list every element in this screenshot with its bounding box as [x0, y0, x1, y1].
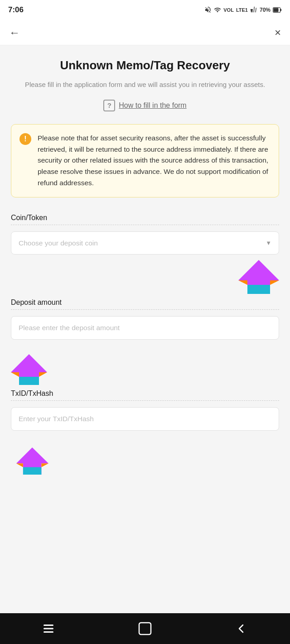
svg-marker-7 — [270, 280, 279, 285]
lte-label: LTE1 — [236, 7, 248, 13]
svg-rect-1 — [280, 9, 282, 11]
wifi-icon — [214, 6, 221, 14]
svg-marker-16 — [16, 463, 23, 467]
mute-icon — [204, 6, 212, 14]
txid-section: TxID/TxHash — [11, 389, 279, 445]
nav-bar: ← × — [0, 20, 290, 45]
svg-marker-4 — [238, 260, 279, 294]
how-to-link[interactable]: ? How to fill in the form — [11, 100, 279, 111]
warning-icon: ! — [19, 133, 31, 145]
svg-marker-15 — [41, 463, 48, 467]
svg-marker-9 — [11, 354, 47, 385]
coin-select[interactable]: Choose your deposit coin — [11, 232, 279, 254]
bottom-nav-home[interactable] — [131, 620, 159, 638]
svg-rect-17 — [44, 625, 53, 626]
decorative-arrow-2 — [11, 354, 47, 385]
home-icon — [138, 622, 152, 635]
bottom-nav-back[interactable] — [228, 620, 255, 638]
txid-input[interactable] — [11, 407, 279, 431]
svg-marker-5 — [239, 261, 278, 285]
svg-marker-10 — [19, 377, 39, 385]
warning-text: Please note that for asset security reas… — [38, 133, 271, 189]
question-icon: ? — [103, 100, 115, 111]
deposit-input[interactable] — [11, 316, 279, 340]
decorative-arrow-3 — [11, 447, 54, 475]
status-bar: 7:06 VOL LTE1 70% — [0, 0, 290, 20]
svg-marker-12 — [11, 372, 19, 377]
close-button[interactable]: × — [275, 27, 281, 38]
deposit-label: Deposit amount — [11, 298, 279, 307]
bottom-nav-menu[interactable] — [35, 620, 62, 638]
status-icons: VOL LTE1 70% — [204, 6, 282, 14]
svg-marker-3 — [238, 260, 279, 294]
coin-select-wrapper[interactable]: Choose your deposit coin ▼ — [11, 231, 279, 255]
txid-label: TxID/TxHash — [11, 389, 279, 398]
status-time: 7:06 — [8, 5, 24, 14]
svg-marker-13 — [16, 447, 48, 475]
svg-marker-6 — [247, 285, 270, 294]
deposit-amount-section: Deposit amount — [11, 298, 279, 354]
txid-divider — [11, 400, 279, 401]
warning-box: ! Please note that for asset security re… — [11, 124, 279, 197]
svg-rect-19 — [44, 631, 53, 633]
back-arrow-icon — [237, 624, 246, 634]
how-to-anchor[interactable]: How to fill in the form — [119, 101, 186, 110]
coin-divider — [11, 225, 279, 225]
page-title: Unknown Memo/Tag Recovery — [11, 58, 279, 73]
signal-icon — [250, 6, 257, 14]
svg-rect-2 — [274, 8, 279, 12]
battery-icon — [273, 7, 282, 13]
main-content: Unknown Memo/Tag Recovery Please fill in… — [0, 45, 290, 613]
signal-label: VOL — [223, 7, 234, 13]
page-subtitle: Please fill in the application form and … — [11, 79, 279, 90]
menu-icon — [42, 624, 55, 634]
svg-marker-11 — [39, 372, 47, 377]
back-button[interactable]: ← — [9, 27, 20, 38]
svg-rect-20 — [139, 623, 151, 634]
svg-marker-14 — [23, 467, 42, 475]
deposit-divider — [11, 309, 279, 310]
battery-label: 70% — [260, 7, 271, 13]
coin-label: Coin/Token — [11, 214, 279, 222]
coin-token-section: Coin/Token Choose your deposit coin ▼ — [11, 214, 279, 255]
svg-rect-18 — [44, 628, 53, 630]
decorative-arrow-1 — [238, 260, 279, 294]
bottom-nav — [0, 613, 290, 644]
svg-marker-8 — [238, 280, 247, 285]
